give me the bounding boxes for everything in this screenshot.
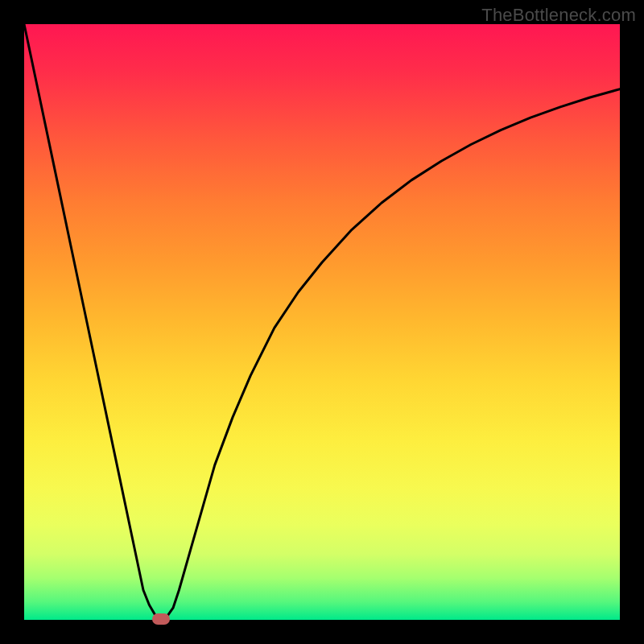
optimal-point-marker xyxy=(152,613,170,625)
chart-container: TheBottleneck.com xyxy=(0,0,644,644)
plot-area xyxy=(24,24,620,620)
bottleneck-curve xyxy=(24,24,620,620)
watermark-text: TheBottleneck.com xyxy=(481,5,636,26)
